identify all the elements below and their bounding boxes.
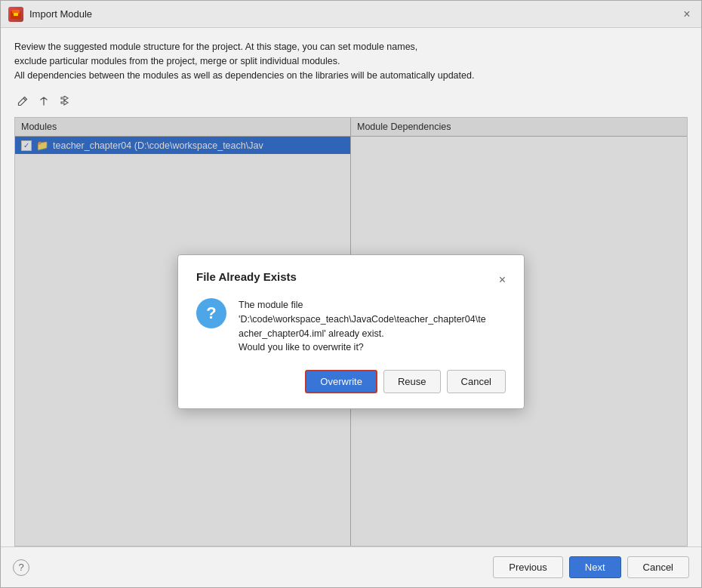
modal-title: File Already Exists [196, 270, 297, 283]
window-title: Import Module [29, 8, 92, 20]
edit-button[interactable] [14, 93, 31, 109]
previous-button[interactable]: Previous [493, 556, 563, 578]
bottom-right: Previous Next Cancel [493, 556, 689, 578]
help-button[interactable]: ? [13, 559, 29, 576]
modal-question-icon: ? [196, 298, 226, 328]
split-button[interactable] [57, 93, 73, 109]
window-body: Review the suggested module structure fo… [1, 28, 701, 546]
cancel-button[interactable]: Cancel [627, 556, 689, 578]
modal-title-bar: File Already Exists × [196, 270, 506, 289]
file-exists-modal: File Already Exists × ? The module file … [177, 254, 525, 409]
modal-body: ? The module file 'D:\code\workspace_tea… [196, 298, 506, 355]
app-icon [8, 7, 23, 22]
modal-cancel-button[interactable]: Cancel [447, 370, 506, 393]
modal-footer: Overwrite Reuse Cancel [196, 370, 506, 393]
move-up-button[interactable] [35, 93, 52, 109]
main-window: Import Module × Review the suggested mod… [0, 0, 702, 588]
overwrite-button[interactable]: Overwrite [305, 370, 377, 393]
modal-text: The module file 'D:\code\workspace_teach… [239, 298, 486, 355]
toolbar [14, 93, 688, 109]
title-bar-left: Import Module [8, 7, 92, 22]
title-bar: Import Module × [1, 1, 701, 28]
reuse-button[interactable]: Reuse [383, 370, 441, 393]
next-button[interactable]: Next [569, 556, 621, 578]
modal-message: The module file 'D:\code\workspace_teach… [239, 298, 486, 355]
modal-close-button[interactable]: × [499, 273, 506, 287]
bottom-bar: ? Previous Next Cancel [1, 546, 701, 587]
window-close-button[interactable]: × [680, 8, 694, 21]
svg-rect-2 [14, 13, 18, 16]
panels-container: Modules 📁 teacher_chapter04 (D:\code\wor… [14, 117, 688, 546]
modal-overlay: File Already Exists × ? The module file … [15, 118, 687, 546]
description-text: Review the suggested module structure fo… [14, 40, 688, 82]
bottom-left: ? [13, 559, 29, 576]
